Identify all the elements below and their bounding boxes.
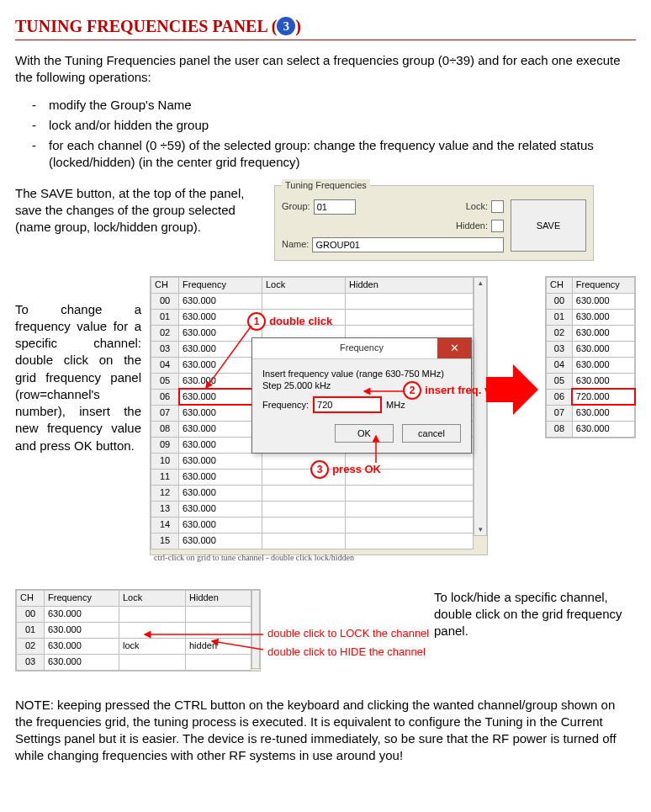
annotation-double-click: 1 double click (247, 312, 332, 331)
col-ch: CH (17, 590, 45, 606)
lockhide-scrollbar[interactable] (251, 590, 260, 669)
save-paragraph: The SAVE button, at the top of the panel… (15, 185, 259, 236)
table-row: 15630.000 (151, 533, 474, 549)
groupbox-title: Tuning Frequencies (282, 179, 370, 192)
lock-label: Lock: (466, 200, 488, 213)
title-suffix: ) (295, 17, 301, 35)
scroll-up-icon[interactable]: ▴ (479, 278, 483, 288)
list-item: lock and/or hidden the group (49, 117, 636, 134)
table-row: 13630.000 (151, 501, 474, 517)
table-row: 08630.000 (547, 421, 635, 437)
group-name-input[interactable] (312, 237, 504, 252)
dialog-hint-1: Insert frequency value (range 630-750 MH… (262, 368, 461, 380)
table-header-row: CH Frequency Lock Hidden (151, 277, 474, 293)
table-row: 06720.000 (547, 389, 635, 405)
dialog-close-button[interactable]: ✕ (437, 338, 471, 358)
table-row: 02630.000lockhidden (17, 638, 251, 654)
col-frequency: Frequency (179, 277, 262, 293)
table-row: 01630.000 (17, 622, 251, 638)
lockhide-grid-panel: CHFrequencyLockHidden 00630.000 01630.00… (15, 589, 261, 671)
col-lock: Lock (119, 590, 186, 606)
hidden-checkbox[interactable] (491, 220, 504, 232)
page-title: TUNING FREQUENCIES PANEL (3) (15, 15, 636, 40)
annotation-press-ok: 3 press OK (310, 460, 381, 479)
step-2-icon: 2 (403, 381, 421, 400)
table-row: 00630.000 (151, 293, 474, 309)
result-grid-panel: CHFrequency 00630.000 01630.000 02630.00… (545, 276, 636, 438)
operations-list: modify the Group's Name lock and/or hidd… (15, 97, 636, 172)
title-badge-icon: 3 (277, 17, 295, 35)
change-frequency-paragraph: To change a frequency value for a specif… (15, 301, 141, 454)
step-3-label: press OK (332, 463, 381, 475)
save-button[interactable]: SAVE (511, 199, 586, 252)
table-row: 04630.000 (547, 357, 635, 373)
dialog-ok-button[interactable]: OK (335, 424, 394, 443)
tuning-frequencies-panel: Tuning Frequencies Group: Lock: Hidden: … (274, 185, 594, 261)
intro-paragraph: With the Tuning Frequencies panel the us… (15, 52, 636, 87)
table-row: 03630.000 (547, 341, 635, 357)
close-icon: ✕ (450, 341, 459, 356)
col-hidden: Hidden (186, 590, 251, 606)
col-frequency: Frequency (45, 590, 119, 606)
dialog-title: Frequency (340, 342, 384, 354)
lockhide-grid[interactable]: CHFrequencyLockHidden 00630.000 01630.00… (16, 590, 251, 671)
list-item: modify the Group's Name (49, 97, 636, 114)
grid-hint: ctrl-click on grid to tune channel - dou… (151, 549, 487, 566)
step-1-icon: 1 (247, 312, 266, 331)
table-row: 01630.000 (547, 309, 635, 325)
table-row: 14630.000 (151, 517, 474, 533)
frequency-unit: MHz (386, 399, 405, 411)
annotation-lock: double click to LOCK the channel (267, 626, 429, 641)
result-grid[interactable]: CHFrequency 00630.000 01630.000 02630.00… (546, 277, 635, 438)
table-row: 05630.000 (547, 373, 635, 389)
lockhide-paragraph: To lock/hide a specific channel, double … (434, 589, 636, 640)
col-lock: Lock (262, 277, 346, 293)
col-frequency: Frequency (572, 277, 634, 293)
table-row: 00630.000 (547, 293, 635, 309)
scroll-down-icon[interactable]: ▾ (479, 524, 483, 534)
lock-checkbox[interactable] (491, 200, 504, 213)
step-3-icon: 3 (310, 460, 329, 479)
frequency-label: Frequency: (262, 399, 309, 411)
col-ch: CH (151, 277, 179, 293)
list-item: for each channel (0 ÷59) of the selected… (49, 137, 636, 172)
table-row: 07630.000 (547, 405, 635, 421)
title-prefix: TUNING FREQUENCIES PANEL ( (15, 17, 277, 35)
group-select[interactable] (314, 199, 356, 215)
hidden-label: Hidden: (456, 220, 488, 232)
frequency-grid-panel: CH Frequency Lock Hidden 00630.000 01630… (150, 276, 488, 555)
note-paragraph: NOTE: keeping pressed the CTRL button on… (15, 697, 636, 765)
frequency-input[interactable] (314, 397, 381, 412)
name-label: Name: (282, 238, 309, 251)
group-label: Group: (282, 200, 310, 213)
big-arrow-icon (486, 377, 513, 402)
table-row: 02630.000 (547, 325, 635, 341)
annotation-hide: double click to HIDE the channel (267, 645, 426, 660)
col-hidden: Hidden (346, 277, 474, 293)
col-ch: CH (547, 277, 573, 293)
table-row: 00630.000 (17, 606, 251, 622)
step-1-label: double click (269, 315, 332, 327)
table-row: 12630.000 (151, 485, 474, 501)
table-row: 03630.000 (17, 654, 251, 670)
dialog-cancel-button[interactable]: cancel (402, 424, 461, 443)
grid-scrollbar[interactable]: ▴▾ (474, 277, 487, 536)
